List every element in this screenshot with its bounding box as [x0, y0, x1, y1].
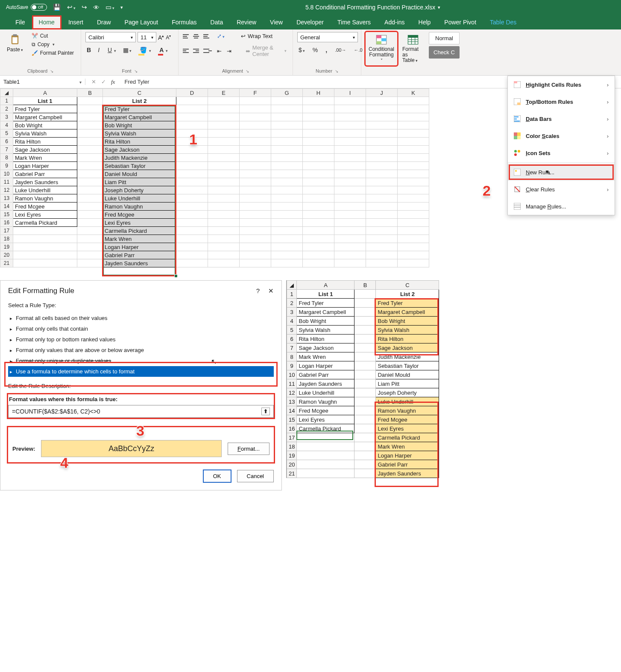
ok-button[interactable]: OK: [203, 470, 231, 482]
cell-A5[interactable]: Sylvia Walsh: [297, 326, 354, 335]
cell-I21[interactable]: [334, 259, 366, 267]
cell-A4[interactable]: Bob Wright: [297, 317, 354, 326]
row-header-5[interactable]: 5: [287, 326, 297, 335]
cell-H11[interactable]: [303, 178, 334, 186]
cell-K1[interactable]: [398, 97, 429, 105]
cell-H9[interactable]: [303, 162, 334, 170]
cell-B14[interactable]: [77, 202, 103, 211]
cell-C1[interactable]: List 2: [376, 290, 439, 299]
copy-button[interactable]: ⧉Copy: [30, 41, 76, 48]
cell-E15[interactable]: [208, 211, 240, 219]
cell-A17[interactable]: [13, 227, 77, 235]
cell-C17[interactable]: Carmella Pickard: [376, 433, 439, 442]
col-header-A[interactable]: A: [297, 281, 354, 290]
tab-page-layout[interactable]: Page Layout: [118, 15, 165, 29]
cell-J11[interactable]: [366, 178, 398, 186]
cell-I18[interactable]: [334, 235, 366, 243]
cell-I1[interactable]: [334, 97, 366, 105]
dialog-launcher-icon[interactable]: ↘: [246, 69, 249, 73]
cell-B14[interactable]: [354, 406, 376, 415]
undo-icon[interactable]: ↩: [67, 3, 76, 11]
cell-I13[interactable]: [334, 194, 366, 202]
cell-F8[interactable]: [240, 154, 271, 162]
cell-E3[interactable]: [208, 113, 240, 121]
cell-K20[interactable]: [398, 251, 429, 259]
save-icon[interactable]: 💾: [53, 3, 61, 11]
cell-G12[interactable]: [271, 186, 303, 194]
cell-J15[interactable]: [366, 211, 398, 219]
rule-type-option[interactable]: Format all cells based on their values: [8, 313, 274, 323]
cell-G20[interactable]: [271, 251, 303, 259]
formula-input[interactable]: Fred Tyler: [121, 79, 149, 85]
align-bottom-icon[interactable]: [203, 32, 212, 40]
cell-C12[interactable]: Joseph Doherty: [376, 388, 439, 397]
cell-E12[interactable]: [208, 186, 240, 194]
cell-E18[interactable]: [208, 235, 240, 243]
cell-C14[interactable]: Ramon Vaughn: [103, 202, 176, 211]
help-button[interactable]: ?: [256, 287, 260, 295]
cell-F11[interactable]: [240, 178, 271, 186]
cell-C18[interactable]: Mark Wren: [376, 442, 439, 451]
row-header-16[interactable]: 16: [287, 424, 297, 433]
cell-K13[interactable]: [398, 194, 429, 202]
cell-B20[interactable]: [354, 460, 376, 469]
col-header-B[interactable]: B: [77, 89, 103, 97]
cell-C19[interactable]: Logan Harper: [376, 451, 439, 460]
cancel-button[interactable]: Cancel: [237, 470, 274, 482]
col-header-C[interactable]: C: [103, 89, 176, 97]
cell-B3[interactable]: [77, 113, 103, 121]
font-name-select[interactable]: Calibri▾: [85, 32, 136, 42]
cell-E10[interactable]: [208, 170, 240, 178]
cell-C7[interactable]: Sage Jackson: [103, 146, 176, 154]
cell-K16[interactable]: [398, 219, 429, 227]
cell-E9[interactable]: [208, 162, 240, 170]
cell-C18[interactable]: Mark Wren: [103, 235, 176, 243]
cell-J3[interactable]: [366, 113, 398, 121]
cell-B11[interactable]: [354, 379, 376, 388]
cell-F14[interactable]: [240, 202, 271, 211]
cell-A8[interactable]: Mark Wren: [297, 352, 354, 361]
cell-B1[interactable]: [77, 97, 103, 105]
row-header-4[interactable]: 4: [287, 317, 297, 326]
cell-C5[interactable]: Sylvia Walsh: [103, 129, 176, 138]
cell-J14[interactable]: [366, 202, 398, 211]
cell-H4[interactable]: [303, 121, 334, 129]
cell-E1[interactable]: [208, 97, 240, 105]
row-header-11[interactable]: 11: [0, 178, 13, 186]
qat-overflow-icon[interactable]: ▾: [120, 5, 123, 10]
cell-D19[interactable]: [176, 243, 208, 251]
row-header-20[interactable]: 20: [0, 251, 13, 259]
row-header-17[interactable]: 17: [287, 433, 297, 442]
range-picker-icon[interactable]: ⬆: [261, 408, 270, 415]
cell-C2[interactable]: Fred Tyler: [103, 105, 176, 113]
cell-I15[interactable]: [334, 211, 366, 219]
cell-B20[interactable]: [77, 251, 103, 259]
cell-A4[interactable]: Bob Wright: [13, 121, 77, 129]
select-all-cell[interactable]: ◢: [0, 89, 13, 97]
select-all-cell[interactable]: ◢: [287, 281, 297, 290]
cell-C12[interactable]: Joseph Doherty: [103, 186, 176, 194]
tab-help[interactable]: Help: [412, 15, 438, 29]
cf-manage-rules[interactable]: Manage Rules...Manage Rules...: [508, 198, 615, 215]
tab-view[interactable]: View: [263, 15, 290, 29]
cell-A5[interactable]: Sylvia Walsh: [13, 129, 77, 138]
cell-I19[interactable]: [334, 243, 366, 251]
cf-data-bars[interactable]: Data BarsData Bars ›: [508, 110, 615, 127]
cell-A3[interactable]: Margaret Campbell: [297, 308, 354, 317]
row-header-17[interactable]: 17: [0, 227, 13, 235]
cell-I14[interactable]: [334, 202, 366, 211]
cell-A3[interactable]: Margaret Campbell: [13, 113, 77, 121]
cell-A9[interactable]: Logan Harper: [13, 162, 77, 170]
cell-K11[interactable]: [398, 178, 429, 186]
cell-B11[interactable]: [77, 178, 103, 186]
cell-D10[interactable]: [176, 170, 208, 178]
row-header-8[interactable]: 8: [0, 154, 13, 162]
cell-C8[interactable]: Judith Mackenzie: [103, 154, 176, 162]
decrease-font-icon[interactable]: A▾: [166, 34, 171, 41]
cell-C17[interactable]: Carmella Pickard: [103, 227, 176, 235]
col-header-E[interactable]: E: [208, 89, 240, 97]
col-header-G[interactable]: G: [271, 89, 303, 97]
cell-G13[interactable]: [271, 194, 303, 202]
cell-E6[interactable]: [208, 138, 240, 146]
cell-B12[interactable]: [77, 186, 103, 194]
